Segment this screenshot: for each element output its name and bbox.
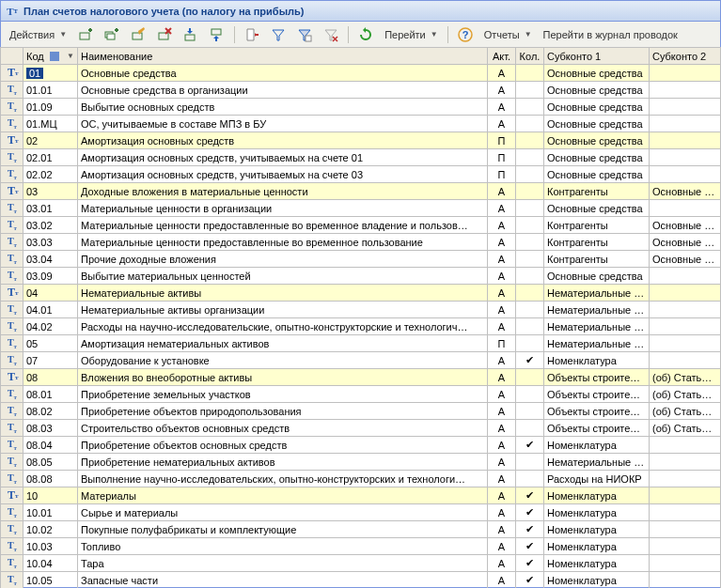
help-icon[interactable]: ? xyxy=(453,24,478,45)
selected-code: 01 xyxy=(26,68,43,79)
cell-qty xyxy=(516,234,544,251)
cell-akt: А xyxy=(488,487,516,504)
cell-code: 08 xyxy=(24,369,78,386)
cell-name: Материальные ценности предоставленные во… xyxy=(78,234,488,251)
cell-code: 10.02 xyxy=(24,521,78,538)
table-row[interactable]: Tт03.01Материальные ценности в организац… xyxy=(1,200,721,217)
cell-qty xyxy=(516,285,544,302)
table-row[interactable]: Tт05Амортизация нематериальных активовПН… xyxy=(1,335,721,352)
add-icon[interactable] xyxy=(73,24,98,45)
check-icon: ✔ xyxy=(525,489,534,501)
account-icon: Tт xyxy=(4,66,20,80)
cell-code: 04.01 xyxy=(24,302,78,318)
header-name[interactable]: Наименование xyxy=(78,48,488,65)
table-row[interactable]: Tт04.02Расходы на научно-исследовательск… xyxy=(1,318,721,335)
delete-icon[interactable] xyxy=(152,24,177,45)
add-group-icon[interactable] xyxy=(100,24,124,45)
table-row[interactable]: Tт02.01Амортизация основных средств, учи… xyxy=(1,149,721,166)
cell-sub2 xyxy=(650,318,721,335)
table-row[interactable]: Tт08.08Выполнение научно-исследовательск… xyxy=(1,471,721,487)
table-row[interactable]: Tт08.01Приобретение земельных участковАО… xyxy=(1,386,721,403)
table-row[interactable]: Tт10.04ТараА✔Номенклатура xyxy=(1,555,721,572)
table-row[interactable]: Tт02.02Амортизация основных средств, учи… xyxy=(1,166,721,183)
table-row[interactable]: Tт10МатериалыА✔Номенклатура xyxy=(1,487,721,504)
cell-name: Топливо xyxy=(78,538,488,555)
header-qty[interactable]: Кол. xyxy=(516,48,544,65)
table-row[interactable]: Tт03.03Материальные ценности предоставле… xyxy=(1,234,721,251)
cell-akt: А xyxy=(488,268,516,285)
cell-sub1: Основные средства xyxy=(544,149,650,166)
table-row[interactable]: Tт03Доходные вложения в материальные цен… xyxy=(1,183,721,200)
cell-akt: А xyxy=(488,471,516,487)
account-icon: Tт xyxy=(4,168,20,180)
table-row[interactable]: Tт08.04Приобретение объектов основных ср… xyxy=(1,437,721,454)
cell-sub1: Объекты строитель… xyxy=(544,386,650,403)
table-row[interactable]: Tт08.05Приобретение нематериальных актив… xyxy=(1,454,721,471)
table-row[interactable]: Tт10.05Запасные частиА✔Номенклатура xyxy=(1,572,721,589)
cell-akt: А xyxy=(488,318,516,335)
cell-name: Приобретение объектов основных средств xyxy=(78,437,488,454)
cell-code: 08.01 xyxy=(24,386,78,403)
header-code[interactable]: Код▼ xyxy=(24,48,78,65)
cell-sub1: Номенклатура xyxy=(544,521,650,538)
header-akt[interactable]: Акт. xyxy=(488,48,516,65)
table-row[interactable]: Tт01Основные средстваАОсновные средства xyxy=(1,65,721,82)
filter-icon[interactable] xyxy=(266,24,290,45)
cell-name: Приобретение нематериальных активов xyxy=(78,454,488,471)
header-sub2[interactable]: Субконто 2 xyxy=(650,48,721,65)
journal-button[interactable]: Перейти в журнал проводок xyxy=(539,24,682,45)
cell-sub1: Расходы на НИОКР xyxy=(544,471,650,487)
table-row[interactable]: Tт01.09Выбытие основных средствАОсновные… xyxy=(1,99,721,116)
table-row[interactable]: Tт10.02Покупные полуфабрикаты и комплект… xyxy=(1,521,721,538)
table-row[interactable]: Tт01.01Основные средства в организацииАО… xyxy=(1,82,721,99)
table-row[interactable]: Tт07Оборудование к установкеА✔Номенклату… xyxy=(1,352,721,369)
header-icon[interactable] xyxy=(1,48,24,65)
grid[interactable]: Код▼ Наименование Акт. Кол. Субконто 1 С… xyxy=(0,47,721,588)
cell-akt: А xyxy=(488,200,516,217)
cell-qty xyxy=(516,149,544,166)
table-row[interactable]: Tт04Нематериальные активыАНематериальные… xyxy=(1,285,721,302)
table-row[interactable]: Tт03.02Материальные ценности предоставле… xyxy=(1,217,721,234)
table-row[interactable]: Tт03.09Выбытие материальных ценностейАОс… xyxy=(1,268,721,285)
cell-code: 10.01 xyxy=(24,504,78,521)
table-row[interactable]: Tт03.04Прочие доходные вложенияАКонтраге… xyxy=(1,251,721,268)
check-icon: ✔ xyxy=(525,506,534,518)
account-icon: Tт xyxy=(4,337,20,349)
table-row[interactable]: Tт10.03ТопливоА✔Номенклатура xyxy=(1,538,721,555)
table-row[interactable]: Tт08Вложения во внеоборотные активыАОбъе… xyxy=(1,369,721,386)
table-row[interactable]: Tт02Амортизация основных средствПОсновны… xyxy=(1,132,721,149)
move-up-icon[interactable] xyxy=(179,24,203,45)
cell-code: 04 xyxy=(24,285,78,302)
svg-rect-8 xyxy=(159,33,168,39)
table-row[interactable]: Tт08.02Приобретение объектов природополь… xyxy=(1,403,721,420)
cell-name: Выбытие основных средств xyxy=(78,99,488,116)
header-sub1[interactable]: Субконто 1 xyxy=(544,48,650,65)
window-title: План счетов налогового учета (по налогу … xyxy=(24,6,304,17)
account-icon: Tт xyxy=(4,422,20,434)
move-down-icon[interactable] xyxy=(205,24,229,45)
actions-menu[interactable]: Действия▼ xyxy=(5,24,71,45)
filter-settings-icon[interactable] xyxy=(292,24,317,45)
table-row[interactable]: Tт08.03Строительство объектов основных с… xyxy=(1,420,721,437)
cell-code: 03.03 xyxy=(24,234,78,251)
table-row[interactable]: Tт10.01Сырье и материалыА✔Номенклатура xyxy=(1,504,721,521)
account-icon: Tт xyxy=(4,456,20,468)
cell-sub1: Номенклатура xyxy=(544,352,650,369)
cell-sub1: Номенклатура xyxy=(544,572,650,589)
cell-akt: А xyxy=(488,82,516,99)
reports-menu[interactable]: Отчеты▼ xyxy=(479,24,537,45)
cell-qty xyxy=(516,318,544,335)
cell-akt: А xyxy=(488,251,516,268)
cell-name: Тара xyxy=(78,555,488,572)
goto-menu[interactable]: Перейти▼ xyxy=(380,24,443,45)
table-row[interactable]: Tт04.01Нематериальные активы организации… xyxy=(1,302,721,318)
edit-icon[interactable] xyxy=(126,24,150,45)
find-icon[interactable] xyxy=(240,24,264,45)
table-row[interactable]: Tт01.МЦОС, учитываемые в составе МПЗ в Б… xyxy=(1,116,721,132)
clear-filter-icon[interactable] xyxy=(319,24,343,45)
account-icon: Tт xyxy=(4,540,20,552)
cell-name: Амортизация основных средств, учитываемы… xyxy=(78,166,488,183)
cell-sub1: Контрагенты xyxy=(544,183,650,200)
cell-akt: А xyxy=(488,183,516,200)
refresh-icon[interactable] xyxy=(353,24,378,45)
